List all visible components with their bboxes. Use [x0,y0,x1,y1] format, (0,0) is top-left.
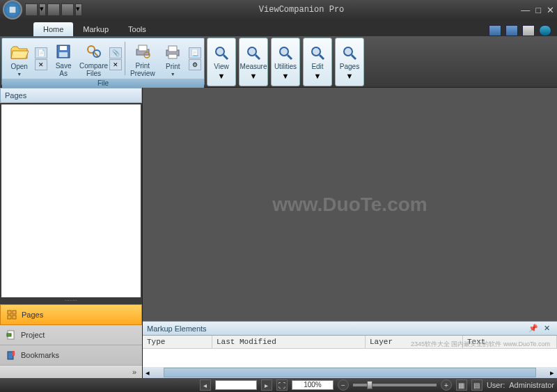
zoom-out-icon[interactable]: − [338,379,349,391]
close-panel-icon[interactable]: ✕ [541,324,553,333]
style-button-2[interactable] [505,25,518,36]
svg-point-13 [216,47,224,56]
minimize-button[interactable]: — [521,5,530,15]
svg-rect-30 [13,351,15,356]
svg-line-22 [352,55,356,59]
print-button[interactable]: Print▼ [159,40,187,77]
zoom-in-icon[interactable]: + [441,379,452,391]
page-prev-icon[interactable]: ◂ [200,379,211,391]
tab-markup[interactable]: Markup [73,22,118,36]
maximize-button[interactable]: □ [535,5,541,15]
sidebar-collapse-button[interactable]: » [0,366,142,378]
view-button[interactable]: View▼ [207,38,236,86]
qat-print-icon[interactable] [47,3,60,16]
markup-panel-title: Markup Elements [147,324,207,333]
col-type[interactable]: Type [143,336,212,348]
canvas-area: www.DuoTe.com Markup Elements 📌 ✕ Type L… [143,88,557,378]
print-preview-button[interactable]: Print Preview [128,40,157,77]
svg-point-17 [280,47,288,56]
markup-table-body[interactable]: 2345软件大全 国内最安全的软件 www.DuoTe.com [143,349,557,367]
pin-icon[interactable]: 📌 [526,324,541,333]
style-button-1[interactable] [489,25,501,36]
tab-tools[interactable]: Tools [118,22,156,36]
markup-elements-panel: Markup Elements 📌 ✕ Type Last Modified L… [143,321,557,378]
tab-home[interactable]: Home [33,22,73,36]
open-button[interactable]: Open▼ [5,40,33,77]
svg-rect-23 [8,311,11,314]
compare-icon [85,42,103,61]
delete-icon[interactable]: ✕ [109,59,122,70]
sidebar-item-project[interactable]: Project [0,325,142,345]
help-button[interactable] [539,25,551,36]
qat-dropdown-icon[interactable]: ▾ [39,3,46,16]
svg-rect-0 [9,6,16,13]
pages-thumbnails[interactable] [1,104,141,297]
style-button-3[interactable] [522,25,535,36]
sidebar-nav: Pages Project Bookmarks » [0,304,142,378]
utilities-button[interactable]: Utilities▼ [271,38,300,86]
qat-more-icon[interactable]: ▾ [75,3,82,16]
zoom-slider[interactable] [353,384,437,386]
layout-icon[interactable]: ▤ [471,379,483,391]
col-last-modified[interactable]: Last Modified [212,336,366,348]
svg-point-19 [312,47,320,56]
close-file-icon[interactable]: ✕ [35,59,47,70]
title-bar: ▾ ▾ ViewCompanion Pro — □ ✕ [0,0,557,19]
watermark: www.DuoTe.com [272,194,427,216]
ribbon-group-file: Open▼ 📄 ✕ Save As Compare Files 📎 ✕ Pr [1,38,205,86]
edit-button[interactable]: Edit▼ [303,38,332,86]
save-icon [54,42,72,61]
svg-rect-29 [8,352,13,359]
sidebar-item-label: Project [21,331,45,339]
window-controls: — □ ✕ [521,5,554,15]
magnifier-icon [341,45,358,61]
svg-rect-11 [168,46,177,52]
document-viewport[interactable]: www.DuoTe.com [143,88,557,321]
horizontal-scrollbar[interactable]: ◂▸ [143,367,557,378]
magnifier-icon [213,45,230,61]
view-mode-icon[interactable]: ▦ [456,379,467,391]
svg-rect-25 [8,315,11,319]
fit-page-icon[interactable]: ⛶ [276,379,288,391]
pages-button[interactable]: Pages▼ [335,38,364,86]
sidebar-item-pages[interactable]: Pages [0,304,142,325]
measure-button[interactable]: Measure▼ [239,38,268,86]
status-bar: ◂ ▸ ⛶ 100% − + ▦ ▤ User: Administrator [0,378,557,392]
print-settings-icon[interactable]: ⚙ [189,59,201,70]
page-field[interactable] [215,380,257,390]
main-area: Pages ∙∙∙∙∙∙∙∙ Pages Project Bookmarks »… [0,88,557,378]
ribbon: Open▼ 📄 ✕ Save As Compare Files 📎 ✕ Pr [0,36,557,88]
svg-rect-24 [13,311,16,314]
pages-grid-icon [6,309,17,320]
svg-rect-3 [59,52,68,57]
compare-files-button[interactable]: Compare Files [79,40,108,77]
svg-rect-2 [60,46,67,50]
folder-open-icon [10,43,29,61]
svg-line-16 [256,55,260,59]
sidebar-item-bookmarks[interactable]: Bookmarks [0,345,142,366]
close-button[interactable]: ✕ [547,5,554,15]
project-icon [6,329,17,340]
page-setup-icon[interactable]: 📃 [189,47,201,58]
svg-rect-8 [139,45,147,51]
print-preview-icon [134,42,152,61]
user-label: User: [487,381,505,389]
svg-point-21 [344,47,352,56]
attach-icon[interactable]: 📎 [109,47,122,58]
svg-point-6 [93,50,100,57]
qat-save-icon[interactable] [61,3,74,16]
quick-access-toolbar: ▾ ▾ [25,3,82,16]
user-name: Administrator [509,381,554,389]
app-menu-button[interactable] [3,0,22,19]
save-as-button[interactable]: Save As [49,40,77,77]
sidebar-splitter[interactable]: ∙∙∙∙∙∙∙∙ [0,299,142,304]
sidebar-item-label: Bookmarks [21,351,59,359]
zoom-field[interactable]: 100% [292,380,334,390]
ribbon-tabs: Home Markup Tools [0,19,557,36]
recent-icon[interactable]: 📄 [35,47,47,58]
page-next-icon[interactable]: ▸ [261,379,272,391]
qat-open-icon[interactable] [25,3,38,16]
sidebar-item-label: Pages [22,311,43,319]
svg-line-18 [288,55,292,59]
magnifier-icon [309,45,326,61]
